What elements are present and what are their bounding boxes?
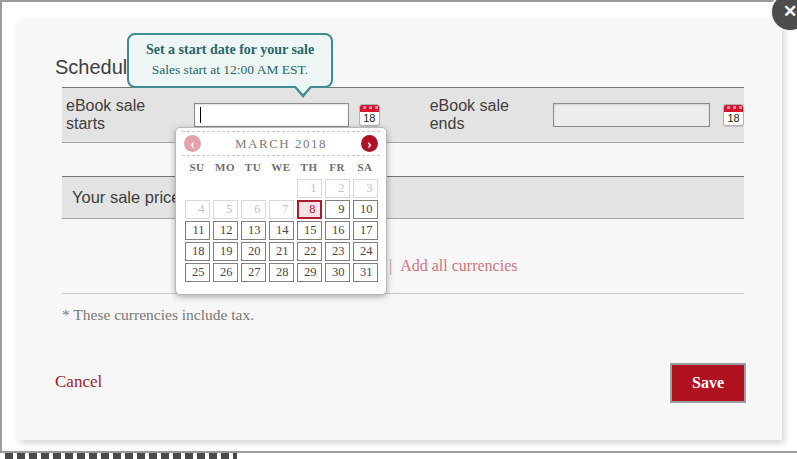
weekday-label: TH xyxy=(295,161,323,173)
calendar-day-7: 7 xyxy=(269,200,294,219)
calendar-icon[interactable]: 18 xyxy=(359,104,380,126)
close-icon: ✕ xyxy=(772,0,797,29)
window-border-left xyxy=(0,0,2,452)
calendar-day-26[interactable]: 26 xyxy=(213,263,238,282)
calendar-day-30[interactable]: 30 xyxy=(325,263,350,282)
calendar-day-17[interactable]: 17 xyxy=(353,221,378,240)
calendar-day-12[interactable]: 12 xyxy=(213,221,238,240)
sale-dates-row: eBook sale starts 18 eBook sale ends 18 xyxy=(62,87,744,143)
calendar-header: ‹ MARCH 2018 › xyxy=(180,132,382,155)
calendar-icon-day: 18 xyxy=(360,112,379,125)
calendar-next-month-button[interactable]: › xyxy=(361,135,378,152)
close-button[interactable]: ✕ xyxy=(770,0,797,32)
calendar-day-20[interactable]: 20 xyxy=(241,242,266,261)
calendar-day-25[interactable]: 25 xyxy=(185,263,210,282)
sale-prices-row: Your sale prices xyxy=(62,176,744,219)
calendar-day-22[interactable]: 22 xyxy=(297,242,322,261)
weekday-label: SU xyxy=(183,161,211,173)
calendar-day-9[interactable]: 9 xyxy=(325,200,350,219)
calendar-day-4: 4 xyxy=(185,200,210,219)
calendar-month-title: MARCH 2018 xyxy=(201,136,361,152)
calendar-day-31[interactable]: 31 xyxy=(353,263,378,282)
sale-prices-heading: Your sale prices xyxy=(72,188,189,207)
weekday-label: SA xyxy=(351,161,379,173)
sale-start-input[interactable] xyxy=(194,103,349,127)
start-date-tooltip: Set a start date for your sale Sales sta… xyxy=(127,33,333,88)
sale-start-input-wrap xyxy=(194,103,349,127)
calendar-day-19[interactable]: 19 xyxy=(213,242,238,261)
calendar-prev-month-button[interactable]: ‹ xyxy=(184,135,201,152)
save-button[interactable]: Save xyxy=(670,363,746,403)
calendar-day-10[interactable]: 10 xyxy=(353,200,378,219)
section-heading-schedule: Schedule xyxy=(55,56,138,79)
clipped-page-text xyxy=(5,453,237,459)
sale-end-input[interactable] xyxy=(553,103,710,127)
tooltip-subtitle: Sales start at 12:00 AM EST. xyxy=(135,62,325,78)
schedule-sale-modal: Schedule eBook sale starts 18 eBook sale… xyxy=(18,20,782,440)
weekday-label: MO xyxy=(211,161,239,173)
calendar-icon-binding xyxy=(724,105,743,112)
calendar-day-6: 6 xyxy=(241,200,266,219)
add-all-currencies-link[interactable]: Add all currencies xyxy=(400,257,517,275)
calendar-icon-binding xyxy=(360,105,379,112)
sale-end-label: eBook sale ends xyxy=(430,97,547,133)
sale-start-label: eBook sale starts xyxy=(66,97,188,133)
text-cursor xyxy=(200,107,201,123)
calendar-day-13[interactable]: 13 xyxy=(241,221,266,240)
calendar-day-2: 2 xyxy=(325,179,350,198)
date-picker-popup: ‹ MARCH 2018 › SUMOTUWETHFRSA 1234567891… xyxy=(175,127,387,295)
calendar-day-16[interactable]: 16 xyxy=(325,221,350,240)
calendar-day-28[interactable]: 28 xyxy=(269,263,294,282)
weekday-label: TU xyxy=(239,161,267,173)
calendar-icon[interactable]: 18 xyxy=(723,104,744,126)
window-border-top xyxy=(0,0,797,2)
calendar-day-3: 3 xyxy=(353,179,378,198)
link-separator: | xyxy=(389,257,392,275)
section-divider xyxy=(62,293,744,294)
weekday-label: FR xyxy=(323,161,351,173)
calendar-day-14[interactable]: 14 xyxy=(269,221,294,240)
tax-note: * These currencies include tax. xyxy=(62,306,254,324)
calendar-day-8[interactable]: 8 xyxy=(297,200,322,219)
currency-links-row: | Add all currencies xyxy=(389,257,517,275)
calendar-day-21[interactable]: 21 xyxy=(269,242,294,261)
calendar-day-24[interactable]: 24 xyxy=(353,242,378,261)
calendar-weekdays: SUMOTUWETHFRSA xyxy=(180,156,382,179)
calendar-icon-day: 18 xyxy=(724,112,743,125)
calendar-day-1: 1 xyxy=(297,179,322,198)
calendar-grid: 1234567891011121314151617181920212223242… xyxy=(180,179,382,284)
weekday-label: WE xyxy=(267,161,295,173)
calendar-day-11[interactable]: 11 xyxy=(185,221,210,240)
calendar-day-23[interactable]: 23 xyxy=(325,242,350,261)
calendar-day-18[interactable]: 18 xyxy=(185,242,210,261)
calendar-day-5: 5 xyxy=(213,200,238,219)
calendar-day-15[interactable]: 15 xyxy=(297,221,322,240)
calendar-day-27[interactable]: 27 xyxy=(241,263,266,282)
cancel-link[interactable]: Cancel xyxy=(55,372,102,392)
tooltip-title: Set a start date for your sale xyxy=(135,42,325,58)
calendar-day-29[interactable]: 29 xyxy=(297,263,322,282)
